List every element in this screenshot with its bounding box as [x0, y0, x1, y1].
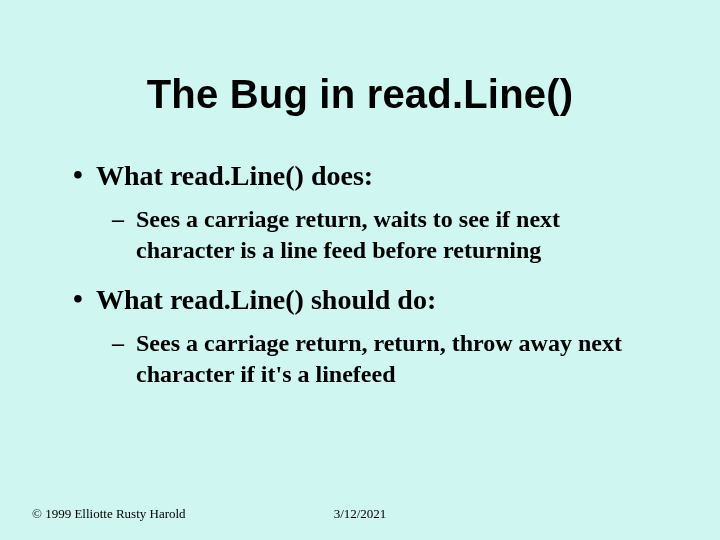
dash-icon [112, 204, 136, 234]
slide-body: What read.Line() does: Sees a carriage r… [60, 160, 660, 407]
slide: The Bug in read.Line() What read.Line() … [0, 0, 720, 540]
bullet-dot-icon [60, 284, 96, 315]
bullet-text: Sees a carriage return, return, throw aw… [136, 328, 660, 389]
bullet-text: What read.Line() does: [96, 160, 660, 192]
bullet-level1: What read.Line() should do: [60, 284, 660, 316]
bullet-level1: What read.Line() does: [60, 160, 660, 192]
bullet-level2: Sees a carriage return, return, throw aw… [112, 328, 660, 389]
bullet-level2: Sees a carriage return, waits to see if … [112, 204, 660, 265]
slide-title: The Bug in read.Line() [0, 72, 720, 117]
bullet-text: What read.Line() should do: [96, 284, 660, 316]
bullet-dot-icon [60, 160, 96, 191]
bullet-text: Sees a carriage return, waits to see if … [136, 204, 660, 265]
footer-date: 3/12/2021 [0, 506, 720, 522]
dash-icon [112, 328, 136, 358]
